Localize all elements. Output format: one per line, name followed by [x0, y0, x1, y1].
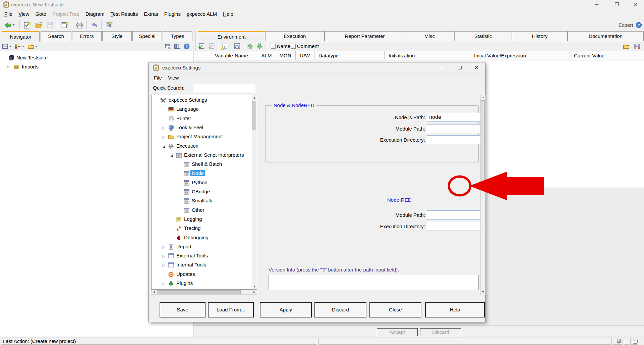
new-special-variable-button[interactable]: v	[221, 42, 228, 50]
navigator-help-button[interactable]: ?	[183, 42, 190, 50]
view-mode-button[interactable]: ▼	[2, 42, 12, 50]
dialog-maximize-button[interactable]: ❒	[451, 62, 468, 73]
category-view-button[interactable]: ▼	[15, 42, 24, 50]
remove-variable-button[interactable]: v	[208, 42, 215, 50]
settings-tree-item-printer[interactable]: Printer	[152, 114, 257, 124]
discard-button[interactable]: Discard	[420, 328, 461, 336]
version-info-textarea[interactable]	[269, 275, 479, 290]
settings-tree-item-expecco-settings[interactable]: expecco Settings	[152, 96, 257, 105]
tab-misc[interactable]: Misc	[405, 31, 454, 41]
column-header-initial-value-expression[interactable]: Initial Value/Expression	[470, 51, 570, 60]
expander-icon[interactable]: ▷	[7, 64, 11, 69]
tab-statistic[interactable]: Statistic	[454, 31, 512, 41]
column-header-initialization[interactable]: Initialization	[385, 51, 470, 60]
maximize-button[interactable]: ❒	[607, 0, 626, 9]
column-header-current-value[interactable]: Current Value	[570, 51, 644, 60]
settings-page-scrollbar[interactable]: ▲ ▼	[480, 95, 485, 295]
expander-icon[interactable]: ◢	[170, 153, 174, 158]
menu-file[interactable]: File	[1, 9, 15, 19]
tab-history[interactable]: History	[512, 31, 568, 41]
tab-special[interactable]: Special	[132, 31, 162, 41]
expander-icon[interactable]: ▷	[162, 135, 166, 139]
tab-navigator[interactable]: Navigator	[2, 31, 40, 42]
load-environment-button[interactable]	[623, 42, 630, 50]
column-header-datatype[interactable]: Datatype	[314, 51, 385, 60]
tab-documentation[interactable]: Documentation	[568, 31, 644, 41]
settings-tree-item-other[interactable]: Other	[152, 206, 257, 215]
column-header-mon[interactable]: MON	[275, 51, 296, 60]
menu-expecco-alm[interactable]: expecco ALM	[184, 9, 220, 19]
tab-types[interactable]: Types	[163, 31, 192, 41]
dialog-button-save[interactable]: Save	[160, 302, 206, 317]
accept-button[interactable]: Accept	[377, 328, 418, 336]
menu-test-results[interactable]: Test Results	[108, 9, 141, 19]
menu-help[interactable]: Help	[220, 9, 236, 19]
nodered-module-path-input[interactable]	[427, 210, 480, 219]
open-button[interactable]	[34, 20, 44, 30]
column-header-variable-name[interactable]: Variable-Name	[205, 51, 258, 60]
expander-icon[interactable]: ▷	[162, 126, 166, 130]
print-button[interactable]	[74, 20, 84, 30]
folder-view-button[interactable]: ▼	[27, 42, 38, 50]
node-module-path-input[interactable]	[427, 124, 480, 133]
comment-checkbox-box[interactable]	[291, 44, 296, 49]
save-environment-button[interactable]	[634, 42, 640, 50]
back-button[interactable]: ▼	[2, 20, 17, 30]
menu-project-tree[interactable]: Project Tree	[49, 9, 82, 19]
tree-item-imports[interactable]: ▷Imports	[7, 62, 39, 71]
node-exec-dir-input[interactable]	[427, 135, 480, 144]
tab-style[interactable]: Style	[102, 31, 132, 41]
dialog-button-help[interactable]: Help	[425, 302, 485, 317]
new-window-button[interactable]	[60, 20, 70, 30]
settings-tree-hscrollbar[interactable]: ◄ ►	[151, 290, 257, 295]
save-button[interactable]	[45, 20, 55, 30]
find-variable-button[interactable]: v	[233, 42, 241, 50]
settings-tree-item-cbridge[interactable]: CBridge	[152, 188, 257, 197]
column-header-row-selector[interactable]	[194, 51, 205, 60]
quick-search-input[interactable]	[194, 84, 255, 93]
settings-search-button[interactable]	[104, 20, 114, 30]
tab-report-parameter[interactable]: Report Parameter	[325, 31, 405, 41]
nodejs-path-combobox[interactable]: node	[427, 113, 480, 122]
settings-tree-item-project-management[interactable]: ▷Project Management	[152, 133, 257, 142]
menu-view[interactable]: View	[15, 9, 32, 19]
dialog-button-discard[interactable]: Discard	[314, 302, 366, 317]
show-name-checkbox[interactable]: Name	[271, 43, 290, 49]
settings-tree-item-look-feel[interactable]: ▷Look & Feel	[152, 124, 257, 133]
tab-search[interactable]: Search	[41, 31, 71, 41]
settings-tree-item-shell-batch[interactable]: Shell & Batch	[152, 160, 257, 169]
tab-errors[interactable]: Errors	[72, 31, 102, 41]
menu-diagram[interactable]: Diagram	[82, 9, 108, 19]
expander-icon[interactable]: ◢	[162, 144, 166, 149]
expander-icon[interactable]: ▷	[162, 282, 166, 286]
settings-tree-item-logging[interactable]: Logging	[152, 215, 257, 224]
tree-item-new-testsuite[interactable]: New Testsuite	[2, 53, 48, 62]
column-header-alm[interactable]: ALM	[258, 51, 275, 60]
tab-execution[interactable]: Execution	[265, 31, 325, 41]
split-view-button[interactable]	[174, 42, 181, 50]
column-header-r-w[interactable]: R/W	[296, 51, 314, 60]
settings-tree-item-plugins[interactable]: ▷Plugins	[152, 279, 257, 288]
detach-view-button[interactable]	[165, 42, 172, 50]
name-checkbox-box[interactable]	[271, 44, 276, 49]
tab-environment[interactable]: Environment	[198, 31, 265, 42]
move-up-button[interactable]	[247, 42, 254, 50]
settings-tree-item-internal-tools[interactable]: ▷Internal Tools	[152, 261, 257, 270]
settings-tree-item-debugging[interactable]: Debugging	[152, 234, 257, 243]
settings-tree-item-node[interactable]: Node	[152, 169, 257, 178]
expander-icon[interactable]: ▷	[162, 254, 166, 258]
undo-button[interactable]	[89, 20, 99, 30]
dialog-minimize-button[interactable]: ─	[432, 62, 449, 73]
help-icon[interactable]: ?	[636, 22, 642, 28]
dialog-button-load-from-[interactable]: Load From...	[208, 302, 254, 317]
menu-plugins[interactable]: Plugins	[161, 9, 184, 19]
settings-tree-item-execution[interactable]: ◢Execution	[152, 142, 257, 151]
new-testsuite-button[interactable]	[22, 20, 32, 30]
settings-tree-item-python[interactable]: Python	[152, 179, 257, 188]
settings-tree-item-report[interactable]: ▷Report	[152, 243, 257, 252]
settings-tree-item-external-script-interpreters[interactable]: ◢External Script Interpreters	[152, 151, 257, 160]
dialog-close-button[interactable]: ✕	[468, 62, 485, 73]
settings-tree-item-external-tools[interactable]: ▷External Tools	[152, 252, 257, 261]
dialog-button-close[interactable]: Close	[369, 302, 421, 317]
settings-tree[interactable]: ▲ ▼ expecco SettingsLanguagePrinter▷Look…	[151, 95, 257, 290]
